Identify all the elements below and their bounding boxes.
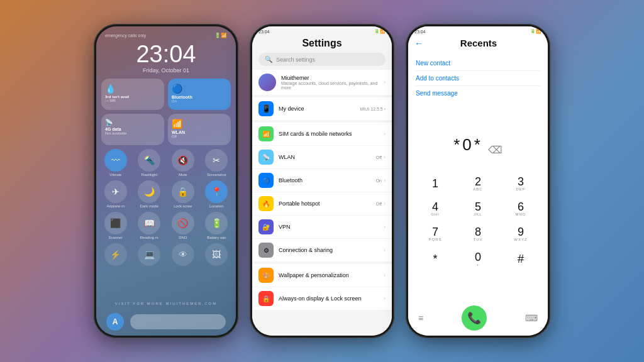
extra2-btn[interactable]: 💻	[135, 243, 164, 266]
back-button[interactable]: ←	[414, 38, 423, 48]
settings-profile-item[interactable]: Miuithemer Manage accounts, cloud servic…	[252, 70, 392, 95]
mute-btn[interactable]: 🔇 Mute	[169, 149, 197, 177]
extra4-btn[interactable]: 🖼	[203, 243, 231, 266]
darkmode-label: Dark mode	[140, 204, 158, 208]
screenshot-btn[interactable]: ✂ Screenshot	[203, 149, 231, 177]
vpn-content: VPN	[279, 224, 379, 230]
send-message-link[interactable]: Send message	[416, 86, 540, 101]
aod-chevron: ›	[384, 295, 386, 302]
sim-content: SIM cards & mobile networks	[279, 131, 379, 137]
aod-icon: 🔒	[258, 291, 274, 306]
darkmode-btn[interactable]: 🌙 Dark mode	[135, 180, 164, 208]
settings-wallpaper-item[interactable]: 🎨 Wallpaper & personalization ›	[252, 264, 392, 287]
add-contact-link[interactable]: Add to contacts	[416, 71, 540, 86]
dial-3-main: 3	[518, 176, 524, 187]
lockscreen-icon: 🔒	[172, 180, 194, 203]
keypad-icon[interactable]: ⌨	[525, 313, 538, 323]
home-indicator[interactable]	[130, 314, 226, 329]
dial-key-hash[interactable]: #	[501, 248, 541, 270]
flashlight-label: Flashlight	[141, 173, 157, 177]
profile-title: Miuithemer	[281, 75, 379, 81]
lte-tile[interactable]: 📡 4G data Not available	[101, 114, 164, 145]
extra2-icon: 💻	[138, 243, 160, 266]
bottom-bar: A	[96, 313, 236, 331]
airplane-btn[interactable]: ✈ Airplane m	[101, 180, 130, 208]
airplane-icon: ✈	[104, 180, 127, 203]
settings-hotspot-item[interactable]: 🔥 Portable hotspot Off ›	[252, 192, 392, 215]
quick-grid-1: 〰 Vibrate 🔦 Flashlight 🔇 Mute ✂ Screensh…	[101, 149, 231, 177]
screenshot-label: Screenshot	[207, 173, 226, 177]
bluetooth-right: On ›	[376, 177, 386, 184]
delete-icon[interactable]: ⌫	[488, 144, 502, 156]
settings-mydevice-item[interactable]: 📱 My device MIUI 12.5.5 ›	[252, 97, 392, 120]
screenshot-icon: ✂	[205, 149, 228, 172]
phone-control-center: emergency calls only 🔋📶 23:04 Friday, Oc…	[94, 24, 238, 338]
dial-key-4[interactable]: 4 GHI	[415, 197, 455, 220]
status-icons-1: 🔋📶	[214, 33, 227, 38]
dial-key-9[interactable]: 9 WXYZ	[501, 222, 541, 245]
dial-key-7[interactable]: 7 PQRS	[415, 222, 455, 245]
mydevice-icon: 📱	[258, 101, 274, 116]
dial-key-6[interactable]: 6 MNO	[501, 197, 541, 220]
scanner-btn[interactable]: ⬛ Scanner	[101, 212, 130, 239]
dial-0-sub: +	[477, 263, 480, 266]
recents-actions: New contact Add to contacts Send message	[408, 53, 548, 103]
call-button[interactable]: 📞	[462, 305, 487, 331]
dnd-btn[interactable]: 🚫 DND	[169, 212, 197, 239]
wlan-settings-title: WLAN	[279, 154, 371, 160]
extra1-btn[interactable]: ⚡	[101, 243, 130, 266]
dial-key-5[interactable]: 5 JKL	[458, 197, 498, 220]
sim-right: ›	[384, 131, 386, 137]
dial-7-main: 7	[432, 226, 438, 238]
settings-connection-item[interactable]: ⚙ Connection & sharing ›	[252, 239, 392, 261]
wlan-tile[interactable]: 📶 WLAN Off	[168, 114, 231, 145]
search-bar[interactable]: 🔍 Search settings	[258, 53, 386, 66]
profile-right: ›	[384, 79, 386, 85]
dial-key-star[interactable]: *	[415, 248, 455, 270]
dial-bottom: ≡ 📞 ⌨	[408, 302, 548, 336]
connection-title: Connection & sharing	[279, 247, 379, 253]
dial-key-8[interactable]: 8 TUV	[458, 222, 498, 245]
extra3-btn[interactable]: 👁	[169, 243, 197, 266]
connection-chevron: ›	[384, 247, 386, 253]
data-tile[interactable]: 💧 3rd isn't avail — MB	[101, 79, 164, 110]
reading-label: Reading m	[140, 236, 158, 239]
dial-4-main: 4	[432, 201, 438, 212]
connection-right: ›	[384, 247, 386, 253]
settings-sim-item[interactable]: 📶 SIM cards & mobile networks ›	[252, 123, 392, 145]
watermark-text: VISIT FOR MORE MIUITHEMER.COM	[96, 302, 236, 305]
menu-icon[interactable]: ≡	[418, 313, 423, 323]
settings-vpn-item[interactable]: 🔐 VPN ›	[252, 216, 392, 238]
flashlight-btn[interactable]: 🔦 Flashlight	[135, 149, 164, 177]
battery-btn[interactable]: 🔋 Battery sav	[203, 212, 231, 239]
vibrate-btn[interactable]: 〰 Vibrate	[101, 149, 130, 177]
dial-key-3[interactable]: 3 DEF	[501, 172, 541, 195]
settings-bluetooth-item[interactable]: 🔵 Bluetooth On ›	[252, 169, 392, 192]
dial-key-1[interactable]: 1	[415, 172, 455, 195]
settings-wlan-item[interactable]: 📡 WLAN Off ›	[252, 146, 392, 168]
lte-icon: 📡	[105, 119, 113, 126]
bluetooth-icon: 🔵	[172, 84, 182, 94]
wallpaper-title: Wallpaper & personalization	[279, 272, 379, 278]
bluetooth-settings-title: Bluetooth	[279, 177, 371, 184]
location-btn[interactable]: 📍 Location	[203, 180, 231, 208]
lockscreen-label: Lock scree	[174, 204, 192, 208]
bluetooth-tile[interactable]: 🔵 Bluetooth On	[168, 79, 231, 110]
bluetooth-chevron: ›	[384, 177, 386, 184]
settings-aod-item[interactable]: 🔒 Always-on display & Lock screen ›	[252, 287, 392, 310]
settings-title: Settings	[252, 35, 392, 53]
extra4-icon: 🖼	[205, 243, 228, 266]
vpn-title: VPN	[279, 224, 379, 230]
profile-avatar	[258, 74, 276, 91]
reading-btn[interactable]: 📖 Reading m	[135, 212, 164, 239]
profile-sub: Manage accounts, cloud services, payment…	[281, 81, 379, 90]
new-contact-link[interactable]: New contact	[416, 56, 540, 71]
wlan-right: Off ›	[376, 154, 386, 160]
avatar[interactable]: A	[106, 313, 124, 331]
dial-7-sub: PQRS	[428, 238, 441, 241]
dial-key-0[interactable]: 0 +	[458, 248, 498, 270]
reading-icon: 📖	[138, 212, 160, 234]
bluetooth-settings-content: Bluetooth	[279, 177, 371, 184]
lockscreen-btn[interactable]: 🔒 Lock scree	[169, 180, 197, 208]
dial-key-2[interactable]: 2 ABC	[458, 172, 498, 195]
